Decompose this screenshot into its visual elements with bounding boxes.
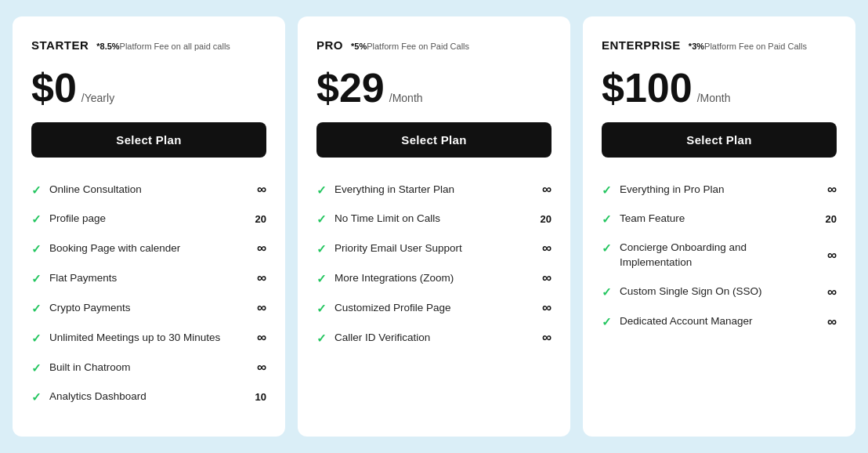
feature-limit-pro-0: ∞ [542, 182, 552, 198]
feature-item-pro-0: ✓Everything in Starter Plan∞ [316, 175, 552, 205]
feature-limit-starter-0: ∞ [257, 182, 266, 198]
select-plan-button-enterprise[interactable]: Select Plan [602, 122, 837, 158]
features-list-pro: ✓Everything in Starter Plan∞✓No Time Lim… [316, 175, 552, 353]
feature-label-enterprise-4: Dedicated Account Manager [620, 314, 753, 329]
feature-item-pro-5: ✓Caller ID Verification∞ [316, 323, 552, 353]
feature-item-starter-2: ✓Booking Page with calender∞ [31, 234, 266, 263]
feature-limit-pro-5: ∞ [542, 330, 552, 346]
feature-left-pro-0: ✓Everything in Starter Plan [316, 183, 534, 198]
check-icon-enterprise-1: ✓ [602, 212, 612, 226]
feature-item-enterprise-2: ✓Concierge Onboarding and Implementation… [602, 234, 837, 277]
feature-limit-starter-3: ∞ [257, 270, 266, 286]
check-icon-enterprise-0: ✓ [602, 183, 612, 198]
feature-left-starter-2: ✓Booking Page with calender [31, 241, 249, 256]
feature-limit-enterprise-4: ∞ [827, 314, 837, 330]
feature-left-starter-7: ✓Analytics Dashboard [31, 390, 248, 404]
feature-item-enterprise-0: ✓Everything in Pro Plan∞ [602, 175, 837, 205]
plan-name-pro: PRO [316, 38, 343, 52]
feature-label-starter-0: Online Consultation [49, 183, 142, 198]
feature-item-starter-4: ✓Crypto Payments∞ [31, 293, 266, 323]
feature-label-pro-1: No Time Limit on Calls [335, 212, 440, 226]
feature-label-starter-7: Analytics Dashboard [49, 390, 146, 404]
feature-left-enterprise-2: ✓Concierge Onboarding and Implementation [602, 241, 819, 270]
check-icon-pro-2: ✓ [316, 242, 327, 256]
check-icon-pro-5: ✓ [316, 332, 327, 346]
feature-left-starter-5: ✓Unlimited Meetings up to 30 Minutes [31, 331, 249, 346]
feature-limit-enterprise-3: ∞ [827, 284, 837, 300]
feature-item-starter-6: ✓Built in Chatroom∞ [31, 353, 266, 382]
plan-name-enterprise: ENTERPRISE [602, 38, 681, 52]
feature-left-enterprise-4: ✓Dedicated Account Manager [602, 314, 819, 329]
feature-limit-pro-2: ∞ [542, 241, 552, 256]
plan-price-starter: $0 [31, 67, 77, 108]
feature-item-pro-1: ✓No Time Limit on Calls20 [316, 205, 552, 234]
feature-left-pro-3: ✓More Integrations (Zoom) [316, 271, 534, 286]
plan-price-pro: $29 [316, 67, 385, 108]
plan-card-starter: STARTER*8.5%Platform Fee on all paid cal… [13, 16, 285, 437]
feature-item-enterprise-3: ✓Custom Single Sign On (SSO)∞ [602, 277, 837, 307]
plan-period-enterprise: /Month [697, 92, 731, 104]
feature-label-starter-6: Built in Chatroom [49, 361, 131, 375]
feature-label-starter-5: Unlimited Meetings up to 30 Minutes [49, 331, 220, 346]
check-icon-starter-7: ✓ [31, 390, 42, 404]
feature-item-enterprise-4: ✓Dedicated Account Manager∞ [602, 307, 837, 337]
check-icon-starter-3: ✓ [31, 272, 42, 286]
feature-left-starter-4: ✓Crypto Payments [31, 301, 249, 316]
feature-item-starter-5: ✓Unlimited Meetings up to 30 Minutes∞ [31, 323, 266, 353]
check-icon-enterprise-2: ✓ [602, 241, 612, 255]
plan-price-enterprise: $100 [602, 67, 693, 108]
feature-limit-pro-1: 20 [541, 213, 552, 225]
plan-header-starter: STARTER*8.5%Platform Fee on all paid cal… [31, 38, 266, 52]
plans-container: STARTER*8.5%Platform Fee on all paid cal… [13, 16, 855, 437]
feature-limit-starter-1: 20 [255, 213, 266, 225]
plan-price-row-starter: $0/Yearly [31, 67, 266, 108]
feature-label-starter-1: Profile page [49, 212, 106, 226]
feature-left-enterprise-1: ✓Team Feature [602, 212, 818, 226]
feature-item-pro-4: ✓Customized Profile Page∞ [316, 293, 552, 323]
feature-left-pro-1: ✓No Time Limit on Calls [316, 212, 533, 226]
feature-left-starter-1: ✓Profile page [31, 212, 248, 226]
features-list-starter: ✓Online Consultation∞✓Profile page20✓Boo… [31, 175, 266, 411]
select-plan-button-pro[interactable]: Select Plan [316, 122, 552, 158]
feature-limit-enterprise-1: 20 [826, 213, 837, 225]
feature-label-pro-5: Caller ID Verification [335, 331, 430, 346]
feature-item-enterprise-1: ✓Team Feature20 [602, 205, 837, 234]
feature-item-pro-3: ✓More Integrations (Zoom)∞ [316, 263, 552, 293]
feature-left-enterprise-0: ✓Everything in Pro Plan [602, 183, 819, 198]
feature-label-starter-3: Flat Payments [49, 271, 117, 286]
feature-item-starter-0: ✓Online Consultation∞ [31, 175, 266, 205]
select-plan-button-starter[interactable]: Select Plan [31, 122, 266, 158]
feature-limit-starter-4: ∞ [257, 300, 266, 316]
feature-left-starter-3: ✓Flat Payments [31, 271, 249, 286]
feature-left-starter-0: ✓Online Consultation [31, 183, 249, 198]
feature-item-starter-7: ✓Analytics Dashboard10 [31, 382, 266, 411]
features-list-enterprise: ✓Everything in Pro Plan∞✓Team Feature20✓… [602, 175, 837, 337]
check-icon-pro-0: ✓ [316, 183, 327, 198]
check-icon-enterprise-4: ✓ [602, 315, 612, 329]
feature-item-starter-1: ✓Profile page20 [31, 205, 266, 234]
check-icon-starter-5: ✓ [31, 332, 42, 346]
feature-limit-starter-7: 10 [255, 391, 266, 403]
feature-label-starter-2: Booking Page with calender [49, 241, 180, 256]
feature-label-pro-3: More Integrations (Zoom) [335, 271, 454, 286]
feature-item-pro-2: ✓Priority Email User Support∞ [316, 234, 552, 263]
feature-left-pro-5: ✓Caller ID Verification [316, 331, 534, 346]
check-icon-starter-4: ✓ [31, 302, 42, 316]
plan-fee-pro: *5%Platform Fee on Paid Calls [351, 42, 469, 51]
feature-label-enterprise-3: Custom Single Sign On (SSO) [620, 284, 762, 299]
check-icon-pro-3: ✓ [316, 272, 327, 286]
feature-limit-pro-4: ∞ [542, 300, 552, 316]
feature-label-enterprise-1: Team Feature [620, 212, 685, 226]
feature-item-starter-3: ✓Flat Payments∞ [31, 263, 266, 293]
plan-header-enterprise: ENTERPRISE*3%Platform Fee on Paid Calls [602, 38, 837, 52]
plan-name-starter: STARTER [31, 38, 89, 52]
feature-label-enterprise-0: Everything in Pro Plan [620, 183, 725, 198]
feature-label-pro-2: Priority Email User Support [335, 241, 462, 256]
check-icon-pro-4: ✓ [316, 302, 327, 316]
feature-limit-enterprise-0: ∞ [827, 182, 837, 198]
check-icon-starter-6: ✓ [31, 361, 42, 375]
feature-limit-pro-3: ∞ [542, 270, 552, 286]
feature-label-pro-0: Everything in Starter Plan [335, 183, 454, 198]
feature-limit-starter-6: ∞ [257, 360, 266, 375]
plan-price-row-pro: $29/Month [316, 67, 552, 108]
